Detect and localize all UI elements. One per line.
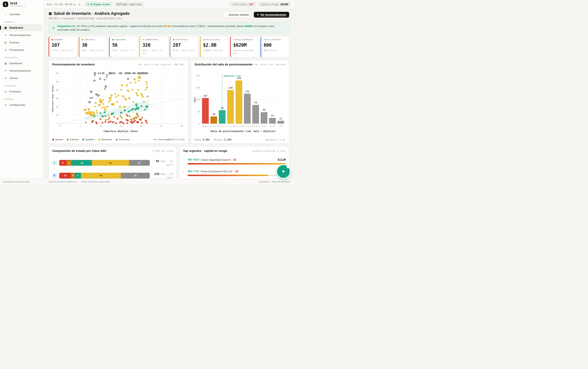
scatter-point-equilibrio xyxy=(100,113,101,114)
scatter-point-sobrestock xyxy=(143,101,145,103)
kpi-card-header: CAPITAL EXCESO xyxy=(203,39,226,41)
scatter-point-substock xyxy=(134,118,135,120)
urgent-progress-fill xyxy=(188,175,268,176)
erp-sync-badge: ERP Sync · hace 2 min xyxy=(114,2,144,7)
kpi-label: SUBSTOCK xyxy=(84,39,95,41)
sidebar-item-configuraci-n[interactable]: ⚙Configuración xyxy=(2,102,42,108)
legend-dot-icon xyxy=(82,139,84,141)
scatter-point-substock xyxy=(105,119,107,121)
ai-banner-segment: $480M xyxy=(245,25,252,28)
sidebar-item-overview[interactable]: ⌂Overview xyxy=(2,11,42,18)
scatter-point-sobrestock xyxy=(135,82,136,83)
histogram-bar xyxy=(210,116,217,124)
sidebar-item-proveedores[interactable]: ◈Proveedores xyxy=(2,46,42,53)
kpi-subtext: 40.0% · ratio 1.3–3.0 xyxy=(142,49,166,54)
capital-riesgo-value: $620M xyxy=(280,3,288,6)
scatter-point-substock xyxy=(92,121,94,122)
sidebar-item-dashboard[interactable]: ▦Dashboard xyxy=(2,60,42,67)
ai-banner-segment: $2.8B xyxy=(164,25,171,28)
scatter-point-sobrestock xyxy=(116,101,118,103)
kpi-label: CAPITAL EN RIESGO xyxy=(233,39,253,41)
abc-skus-count: 228 xyxy=(154,172,159,175)
sidebar-section-label: SISTEMA xyxy=(2,95,42,102)
scatter-point-equilibrio xyxy=(102,116,104,117)
ai-diagnostic-banner: ✦ Diagnóstico IA: 137 SKUs (17%) requier… xyxy=(49,22,289,34)
abc-row-b: B13474432228 SKUs · 21% gasto xyxy=(52,169,173,178)
abc-bar-segment: 32 xyxy=(121,173,150,178)
legend-label: Zona equilibrio (0.7×–1.3×) xyxy=(158,138,184,141)
sidebar-item-activos[interactable]: ⇄Activos xyxy=(2,75,42,82)
scatter-point-dead-stock xyxy=(93,80,95,82)
urgent-rank: 1 xyxy=(183,158,185,164)
scatter-point-dead-stock xyxy=(134,72,136,74)
scatter-point-sobrestock xyxy=(91,114,94,117)
abc-bar-segment: 23 xyxy=(129,160,150,166)
view-recommendations-button[interactable]: ✦ Ver recomendaciones xyxy=(254,12,289,18)
scatter-point-dead-stock xyxy=(94,74,96,76)
sidebar-item-label: Productos xyxy=(10,90,21,93)
scatter-point-sobrestock xyxy=(99,104,100,105)
scatter-point-sobrestock xyxy=(136,94,138,96)
sidebar-collapse-button[interactable]: ‹ xyxy=(42,89,46,94)
kpi-card-capital-exceso: CAPITAL EXCESO$2.8B+$180M vs mes ant. xyxy=(200,36,229,57)
sidebar-item-recomendaciones[interactable]: ✦Recomendaciones xyxy=(2,32,42,39)
scatter-point-sobrestock xyxy=(107,115,109,116)
scatter-point-quiebre xyxy=(105,121,106,123)
y-tick-label: 50 xyxy=(197,111,200,113)
scatter-point-equilibrio xyxy=(136,105,137,107)
scatter-point-quiebre xyxy=(146,122,148,123)
export-analysis-button[interactable]: ↓ Exportar análisis xyxy=(223,12,252,18)
scatter-point-sobrestock xyxy=(110,94,112,96)
abc-bar-segment: 6 xyxy=(66,160,72,166)
scatter-point-dead-stock xyxy=(99,78,101,80)
kpi-subtext: SKUs activos xyxy=(264,49,287,52)
legend-label: Substock xyxy=(70,138,79,141)
kpi-card-total-cat-logo: TOTAL CATÁLOGO800SKUs activos xyxy=(261,36,289,57)
brand-name: SotA xyxy=(10,2,25,5)
scatter-point-sobrestock xyxy=(108,101,110,103)
sidebar-item-dashboard[interactable]: ▦Dashboard xyxy=(2,24,42,31)
app-logo: S xyxy=(3,2,8,7)
sparkle-icon: ✦ xyxy=(257,13,259,16)
scatter-point-sobrestock xyxy=(94,106,96,107)
histogram-chart-card: Distribución del ratio de posicionamient… xyxy=(191,60,289,144)
scatter-point-substock xyxy=(109,117,110,119)
top-urgent-card: Top urgentes · capital en riesgo Quiebre… xyxy=(179,146,289,178)
scatter-point-substock xyxy=(117,118,119,120)
scatter-point-sobrestock xyxy=(123,96,124,97)
y-tick-label: 60 xyxy=(56,72,58,74)
sidebar-item-productos[interactable]: ⊟Productos xyxy=(2,88,42,95)
urgent-list-item[interactable]: 1SKU-3318Casco Seguridad Clase B1D$112M xyxy=(183,156,286,167)
histogram-bar xyxy=(219,110,226,124)
scatter-point-quiebre xyxy=(115,123,117,124)
urgent-sku-name: Casco Seguridad Clase B xyxy=(201,158,231,161)
scatter-point-equilibrio xyxy=(131,110,132,111)
scatter-point-quiebre xyxy=(127,120,129,122)
ai-engine-status-label: AI Engine: Activo xyxy=(90,3,110,6)
urgent-list-item[interactable]: 2SKU-7741Perno Estructural A325 1/2"2D$9… xyxy=(183,167,286,178)
sidebar-item-label: Recomendaciones xyxy=(10,69,31,72)
scatter-point-sobrestock xyxy=(116,96,117,98)
scatter-point-sobrestock xyxy=(113,103,115,105)
capital-riesgo-pill: Capital en riesgo $620M xyxy=(258,2,291,7)
scatter-point-sobrestock xyxy=(128,91,130,92)
sidebar-item-recomendaciones[interactable]: ✦Recomendaciones xyxy=(2,67,42,74)
sidebar-item--rdenes[interactable]: ▤Órdenes xyxy=(2,39,42,46)
topbar: mié, 22 abr 04:00 p. m. AI Engine: Activ… xyxy=(44,0,294,9)
bottom-row: Composición de estado por Clase ABC % SK… xyxy=(49,146,289,178)
scatter-point-sobrestock xyxy=(95,102,97,104)
kpi-card-quiebre: QUIEBRE10713.4% · ratio < 0.3 xyxy=(49,36,77,57)
sidebar-item-label: Overview xyxy=(10,13,20,16)
scatter-point-substock xyxy=(120,115,121,117)
kpi-value: 56 xyxy=(112,42,135,48)
urgent-item-main: SKU-3318Casco Seguridad Clase B1D$112M xyxy=(188,158,286,164)
y-tick-label: 150 xyxy=(196,86,200,89)
scatter-point-equilibrio xyxy=(128,111,130,113)
ai-assistant-fab[interactable]: ✦ xyxy=(277,165,290,178)
kpi-card-header: DEAD STOCK xyxy=(173,39,196,41)
scatter-point-dead-stock xyxy=(100,72,101,74)
scatter-point-equilibrio xyxy=(124,110,126,112)
sidebar-section-label: CATÁLOGO xyxy=(2,82,42,88)
page-header: ▦ Salud de Inventario · Análisis Agregad… xyxy=(49,11,289,20)
kpi-card-capital-en-riesgo: CAPITAL EN RIESGO$620Mquiebre proyectado… xyxy=(230,36,259,57)
